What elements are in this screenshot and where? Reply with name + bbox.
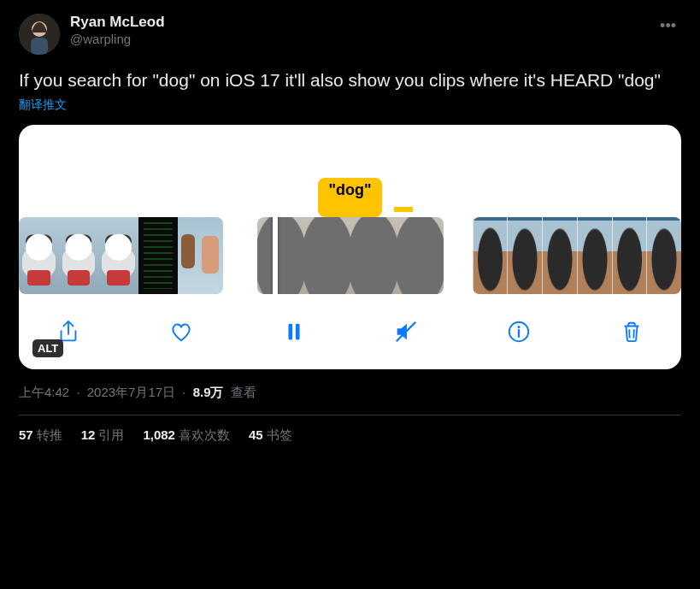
translate-link[interactable]: 翻译推文	[19, 97, 67, 113]
tweet-container: Ryan McLeod @warpling ••• If you search …	[0, 0, 700, 444]
clip-group-1[interactable]	[19, 217, 223, 294]
clip-group-3[interactable]	[473, 217, 681, 294]
avatar[interactable]	[19, 14, 60, 55]
svg-point-7	[518, 326, 521, 328]
heart-icon	[168, 319, 194, 345]
thumbnail-frame	[19, 217, 59, 294]
thumbnail-frame	[257, 217, 303, 294]
video-timeline[interactable]	[19, 217, 681, 294]
bookmarks-stat[interactable]: 45书签	[249, 427, 292, 444]
media-spacer	[19, 125, 681, 178]
like-button[interactable]	[164, 315, 198, 349]
thumbnail-frame	[350, 217, 397, 294]
divider	[19, 415, 681, 415]
tweet-time[interactable]: 上午4:42	[19, 385, 69, 399]
svg-rect-3	[288, 324, 292, 340]
display-name: Ryan McLeod	[70, 14, 655, 31]
tweet-date[interactable]: 2023年7月17日	[87, 385, 175, 399]
clip-group-2[interactable]	[257, 217, 443, 294]
retweets-stat[interactable]: 57转推	[19, 427, 62, 444]
thumbnail-frame	[59, 217, 99, 294]
thumbnail-frame	[98, 217, 138, 294]
views-label: 查看	[231, 385, 256, 399]
quotes-stat[interactable]: 12引用	[81, 427, 125, 444]
svg-rect-4	[295, 324, 299, 340]
media-toolbar	[19, 294, 681, 357]
speaker-muted-icon	[393, 319, 419, 345]
pause-icon	[281, 319, 307, 345]
more-icon: •••	[660, 17, 676, 34]
thumbnail-frame	[304, 217, 350, 294]
search-tooltip-row: "dog"	[19, 178, 681, 217]
handle: @warpling	[70, 31, 655, 48]
pause-button[interactable]	[277, 315, 311, 349]
tweet-meta: 上午4:42 · 2023年7月17日 · 8.9万 查看	[19, 385, 681, 401]
likes-stat[interactable]: 1,082喜欢次数	[143, 427, 230, 444]
tweet-header: Ryan McLeod @warpling •••	[19, 14, 681, 55]
thumbnail-frame	[178, 217, 223, 294]
thumbnail-frame	[612, 217, 647, 294]
mute-button[interactable]	[389, 315, 423, 349]
timeline-match-marker	[394, 207, 413, 212]
alt-badge[interactable]: ALT	[32, 339, 63, 357]
more-menu-button[interactable]: •••	[655, 14, 681, 38]
trash-icon	[619, 319, 644, 345]
thumbnail-frame	[507, 217, 542, 294]
thumbnail-frame	[577, 217, 612, 294]
thumbnail-frame	[646, 217, 681, 294]
info-button[interactable]	[502, 315, 536, 349]
search-match-pill: "dog"	[318, 178, 381, 217]
tweet-text: If you search for "dog" on iOS 17 it'll …	[19, 68, 681, 92]
delete-button[interactable]	[615, 315, 649, 349]
media-card[interactable]: "dog"	[19, 125, 681, 369]
author-block[interactable]: Ryan McLeod @warpling	[70, 14, 655, 48]
tweet-stats: 57转推 12引用 1,082喜欢次数 45书签	[19, 427, 681, 444]
thumbnail-frame	[473, 217, 508, 294]
thumbnail-frame	[397, 217, 443, 294]
info-icon	[506, 319, 532, 345]
playhead-icon[interactable]	[273, 217, 278, 294]
thumbnail-frame	[542, 217, 577, 294]
views-count[interactable]: 8.9万	[193, 385, 224, 399]
svg-rect-2	[31, 38, 48, 55]
thumbnail-frame	[138, 217, 179, 294]
